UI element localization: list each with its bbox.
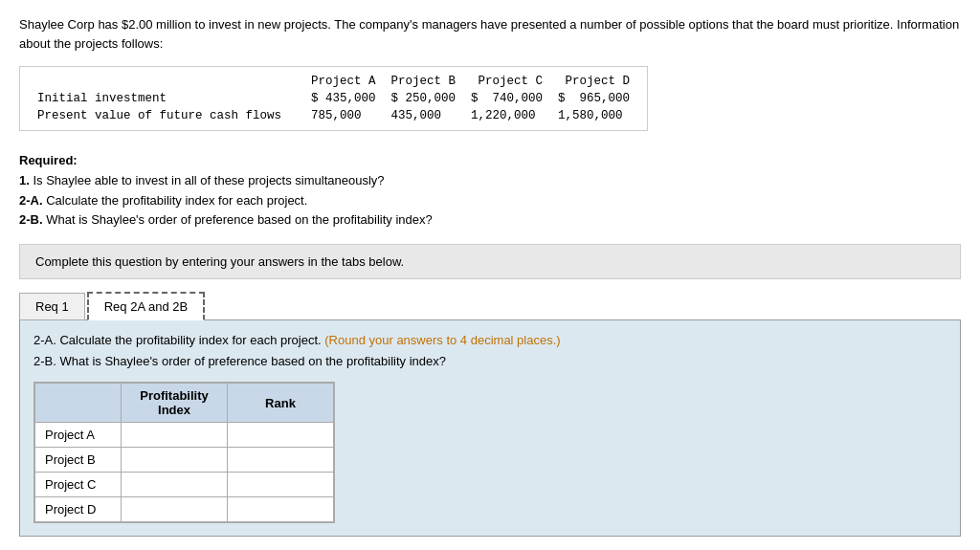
- project-c-label: Project C: [35, 473, 122, 497]
- project-b-rank-input[interactable]: [237, 452, 323, 467]
- pv-cash-flows-c: 1,220,000: [463, 107, 550, 124]
- project-b-rank-cell: [228, 448, 334, 473]
- initial-investment-d: $ 965,000: [550, 90, 637, 107]
- table-header-row: Project A Project B Project C Project D: [30, 73, 637, 90]
- data-table-container: Project A Project B Project C Project D …: [19, 66, 648, 131]
- project-d-profitability-input[interactable]: [131, 502, 217, 517]
- table-row: Project C: [35, 473, 334, 497]
- profitability-index-header: ProfitabilityIndex: [122, 384, 228, 423]
- required-item-2a: 2-A. Calculate the profitability index f…: [19, 191, 961, 211]
- project-d-header: Project D: [550, 73, 637, 90]
- project-c-rank-input[interactable]: [237, 477, 323, 492]
- tab-content-line1-prefix: 2-A. Calculate the profitability index f…: [33, 333, 322, 347]
- answer-table: ProfitabilityIndex Rank Project A Projec…: [34, 383, 334, 522]
- table-row: Project B: [35, 448, 334, 473]
- project-c-header: Project C: [463, 73, 550, 90]
- project-d-label: Project D: [35, 497, 122, 522]
- project-b-profitability-cell: [122, 448, 228, 473]
- req1-text: Is Shaylee able to invest in all of thes…: [33, 173, 384, 187]
- pv-cash-flows-a: 785,000: [303, 107, 384, 124]
- instruction-text: Complete this question by entering your …: [35, 254, 404, 269]
- req2a-text: Calculate the profitability index for ea…: [46, 193, 307, 208]
- intro-paragraph: Shaylee Corp has $2.00 million to invest…: [19, 15, 961, 53]
- project-a-rank-cell: [228, 423, 334, 448]
- project-a-label: Project A: [35, 423, 122, 448]
- tab-content-line1-suffix: (Round your answers to 4 decimal places.…: [324, 333, 560, 347]
- tab-req2a2b-label: Req 2A and 2B: [104, 299, 188, 314]
- project-d-profitability-cell: [122, 497, 228, 522]
- initial-investment-c: $ 740,000: [463, 90, 550, 107]
- initial-investment-row: Initial investment $ 435,000 $ 250,000 $…: [30, 90, 637, 107]
- table-row: Project A: [35, 423, 334, 448]
- pv-cash-flows-b: 435,000: [384, 107, 464, 124]
- tab-content-line1: 2-A. Calculate the profitability index f…: [33, 330, 947, 351]
- req1-bold: 1.: [19, 173, 30, 187]
- answer-table-empty-header: [35, 384, 122, 423]
- tabs-container: Req 1 Req 2A and 2B: [19, 291, 961, 320]
- tab-req1-label: Req 1: [35, 299, 69, 314]
- req2a-bold: 2-A.: [19, 193, 43, 208]
- project-a-header: Project A: [303, 73, 384, 90]
- project-b-label: Project B: [35, 448, 122, 473]
- project-c-rank-cell: [228, 473, 334, 497]
- answer-table-header: ProfitabilityIndex Rank: [35, 384, 334, 423]
- project-a-profitability-input[interactable]: [131, 428, 217, 442]
- project-b-header: Project B: [384, 73, 464, 90]
- pv-cash-flows-label: Present value of future cash flows: [30, 107, 303, 124]
- answer-table-wrapper: ProfitabilityIndex Rank Project A Projec…: [33, 382, 335, 523]
- project-a-profitability-cell: [122, 423, 228, 448]
- rank-header: Rank: [228, 384, 334, 423]
- tab-content-line2: 2-B. What is Shaylee's order of preferen…: [33, 351, 947, 372]
- tab-req1[interactable]: Req 1: [19, 293, 85, 320]
- project-c-profitability-cell: [122, 473, 228, 497]
- instruction-box: Complete this question by entering your …: [19, 244, 961, 279]
- tab-content-area: 2-A. Calculate the profitability index f…: [19, 320, 961, 537]
- project-a-rank-input[interactable]: [237, 428, 323, 442]
- required-section: Required: 1. Is Shaylee able to invest i…: [19, 151, 961, 231]
- req2b-text: What is Shaylee's order of preference ba…: [46, 212, 433, 227]
- required-heading: Required:: [19, 153, 78, 167]
- initial-investment-label: Initial investment: [30, 90, 303, 107]
- project-data-table: Project A Project B Project C Project D …: [30, 73, 637, 124]
- initial-investment-b: $ 250,000: [384, 90, 464, 107]
- project-d-rank-cell: [228, 497, 334, 522]
- pv-cash-flows-row: Present value of future cash flows 785,0…: [30, 107, 637, 124]
- project-d-rank-input[interactable]: [237, 502, 323, 517]
- required-item-2b: 2-B. What is Shaylee's order of preferen…: [19, 210, 961, 231]
- required-item-1: 1. Is Shaylee able to invest in all of t…: [19, 171, 961, 191]
- pv-cash-flows-d: 1,580,000: [550, 107, 637, 124]
- initial-investment-a: $ 435,000: [303, 90, 384, 107]
- tab-req2a2b[interactable]: Req 2A and 2B: [87, 292, 205, 320]
- table-row: Project D: [35, 497, 334, 522]
- req2b-bold: 2-B.: [19, 212, 43, 227]
- project-b-profitability-input[interactable]: [131, 452, 217, 467]
- empty-header: [30, 73, 303, 90]
- project-c-profitability-input[interactable]: [131, 477, 217, 492]
